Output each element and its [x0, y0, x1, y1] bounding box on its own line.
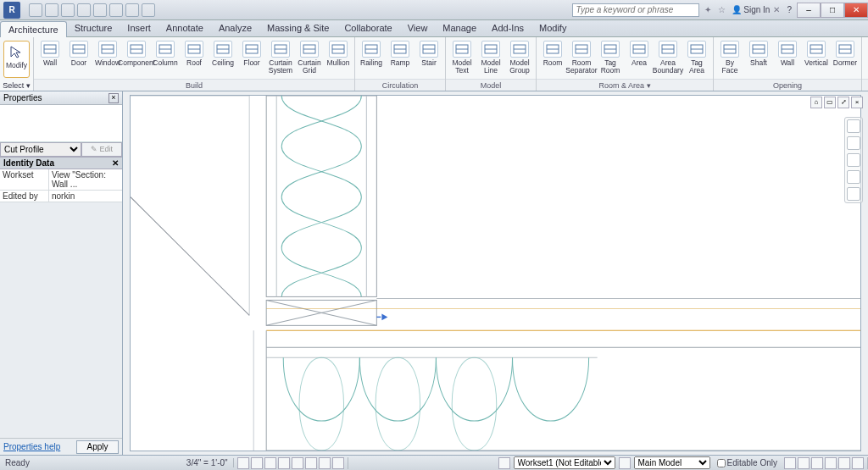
qat-redo-icon[interactable] [77, 3, 91, 17]
qat-sync-icon[interactable] [109, 3, 123, 17]
view-close-icon[interactable]: × [851, 97, 863, 108]
tab-collaborate[interactable]: Collaborate [337, 20, 399, 36]
drawing-area[interactable]: ⌂ ▭ ⤢ × [123, 91, 868, 455]
tool-floor[interactable]: Floor [237, 39, 266, 77]
tool-room[interactable]: Room [538, 39, 567, 77]
tab-modify[interactable]: Modify [531, 20, 574, 36]
panel-label[interactable]: Datum [862, 79, 868, 91]
tool-tag-area[interactable]: Tag Area [682, 39, 711, 77]
qat-more-icon[interactable] [142, 3, 155, 17]
tool-stair[interactable]: Stair [415, 39, 443, 77]
tool-level[interactable]: Level [864, 39, 868, 77]
tool-tag-room[interactable]: Tag Room [596, 39, 625, 77]
help-icon[interactable]: ? [787, 5, 792, 14]
active-workset-select[interactable]: Workset1 (Not Editable) [514, 456, 615, 469]
crop-icon[interactable] [292, 457, 303, 469]
tool-by-face[interactable]: By Face [715, 39, 744, 77]
view-scale[interactable]: 3/4" = 1'-0" [181, 458, 234, 467]
tab-architecture[interactable]: Architecture [0, 21, 67, 37]
tool-roof[interactable]: Roof [180, 39, 209, 77]
tool-vertical[interactable]: Vertical [802, 39, 831, 77]
search-input[interactable] [572, 3, 699, 17]
drag-elements-icon[interactable] [838, 457, 850, 469]
view-cascade-icon[interactable]: ▭ [824, 97, 836, 108]
qat-undo-icon[interactable] [61, 3, 75, 17]
tool-curtain-system[interactable]: Curtain System [266, 39, 295, 77]
property-value[interactable]: norkin [49, 191, 122, 202]
tab-manage[interactable]: Manage [435, 20, 484, 36]
tab-view[interactable]: View [400, 20, 436, 36]
nav-zoom-icon[interactable] [847, 153, 860, 167]
editable-only-toggle[interactable]: Editable Only [714, 458, 781, 467]
select-face-icon[interactable] [825, 457, 837, 469]
workset-icon[interactable] [498, 457, 510, 469]
nav-orbit-icon[interactable] [847, 170, 860, 184]
identity-data-header[interactable]: Identity Data✕ [0, 157, 122, 169]
apply-button[interactable]: Apply [76, 440, 119, 454]
tool-component[interactable]: Component [122, 39, 151, 77]
reveal-icon[interactable] [332, 457, 344, 469]
tool-door[interactable]: Door [64, 39, 93, 77]
select-underlay-icon[interactable] [798, 457, 810, 469]
nav-extra-icon[interactable] [847, 187, 860, 201]
sun-path-icon[interactable] [264, 457, 276, 469]
crop-region-icon[interactable] [305, 457, 317, 469]
tool-curtain-grid[interactable]: Curtain Grid [295, 39, 324, 77]
tool-model-group[interactable]: Model Group [505, 39, 534, 77]
close-button[interactable]: ✕ [844, 3, 868, 18]
property-row[interactable]: Edited bynorkin [0, 191, 122, 202]
tool-wall[interactable]: Wall [773, 39, 802, 77]
properties-help-link[interactable]: Properties help [3, 442, 60, 451]
editable-only-checkbox[interactable] [717, 459, 726, 467]
detail-level-icon[interactable] [237, 457, 249, 469]
edit-type-button[interactable]: ✎ Edit Type [81, 142, 122, 157]
design-options-icon[interactable] [619, 457, 631, 469]
qat-save-icon[interactable] [45, 3, 58, 17]
design-option-select[interactable]: Main Model [634, 456, 710, 469]
properties-close-icon[interactable]: × [108, 93, 119, 103]
tool-dormer[interactable]: Dormer [831, 39, 860, 77]
visual-style-icon[interactable] [251, 457, 263, 469]
panel-label[interactable]: Room & Area ▾ [537, 79, 713, 91]
filter-icon[interactable] [852, 457, 864, 469]
tab-structure[interactable]: Structure [67, 20, 120, 36]
select-dropdown[interactable]: Select ▾ [0, 81, 33, 91]
minimize-button[interactable]: – [797, 3, 821, 18]
nav-pan-icon[interactable] [847, 136, 860, 150]
tool-railing[interactable]: Railing [357, 39, 386, 77]
exchange-icon[interactable]: ✕ [773, 5, 783, 15]
view-max-icon[interactable]: ⤢ [837, 97, 849, 108]
tab-add-ins[interactable]: Add-Ins [484, 20, 531, 36]
tool-model-text[interactable]: Model Text [448, 39, 476, 77]
tool-wall[interactable]: Wall [36, 39, 64, 77]
nav-wheel-icon[interactable] [847, 119, 860, 133]
hide-isolate-icon[interactable] [319, 457, 331, 469]
qat-open-icon[interactable] [29, 3, 42, 17]
modify-button[interactable]: Modify [3, 41, 30, 78]
canvas[interactable] [130, 95, 861, 451]
tab-annotate[interactable]: Annotate [159, 20, 211, 36]
property-row[interactable]: WorksetView "Section: Wall ... [0, 169, 122, 191]
tool-area-boundary[interactable]: Area Boundary [654, 39, 682, 77]
shadows-icon[interactable] [278, 457, 290, 469]
select-links-icon[interactable] [784, 457, 796, 469]
panel-label[interactable]: Model [446, 79, 536, 91]
view-home-icon[interactable]: ⌂ [810, 97, 822, 108]
qat-measure-icon[interactable] [125, 3, 139, 17]
info-center-icon[interactable]: ✦ [704, 5, 715, 15]
qat-print-icon[interactable] [93, 3, 107, 17]
panel-label[interactable]: Build [34, 79, 354, 91]
signin-link[interactable]: 👤 Sign In [732, 5, 771, 14]
tool-mullion[interactable]: Mullion [324, 39, 353, 77]
select-pinned-icon[interactable] [811, 457, 823, 469]
tool-model-line[interactable]: Model Line [476, 39, 505, 77]
panel-label[interactable]: Opening [714, 79, 861, 91]
app-icon[interactable]: R [3, 2, 20, 19]
type-selector[interactable]: Cut Profile [0, 142, 81, 157]
tool-ceiling[interactable]: Ceiling [209, 39, 237, 77]
tool-column[interactable]: Column [151, 39, 180, 77]
panel-label[interactable]: Circulation [355, 79, 445, 91]
tool-ramp[interactable]: Ramp [386, 39, 415, 77]
maximize-button[interactable]: □ [821, 3, 844, 18]
star-icon[interactable]: ☆ [718, 5, 728, 15]
